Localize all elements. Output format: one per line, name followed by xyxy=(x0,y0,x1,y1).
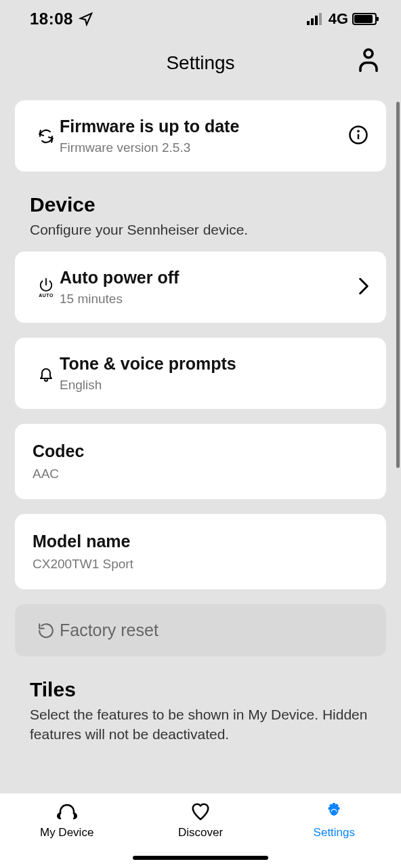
auto-power-title: Auto power off xyxy=(60,268,351,288)
tab-bar: My Device Discover Settings xyxy=(0,793,401,868)
device-section-desc: Configure your Sennheiser device. xyxy=(30,220,371,239)
chevron-right-icon xyxy=(359,278,368,294)
reset-icon xyxy=(37,622,55,639)
tab-discover-label: Discover xyxy=(178,826,223,840)
tiles-section-desc: Select the features to be shown in My De… xyxy=(30,705,371,744)
firmware-card[interactable]: Firmware is up to date Firmware version … xyxy=(15,100,386,172)
power-icon xyxy=(39,277,54,292)
svg-point-7 xyxy=(358,130,358,131)
codec-subtitle: AAC xyxy=(33,467,59,481)
heart-icon xyxy=(190,802,211,822)
tone-subtitle: English xyxy=(60,378,368,393)
tiles-section-title: Tiles xyxy=(30,678,371,701)
svg-rect-1 xyxy=(311,18,314,25)
svg-rect-3 xyxy=(319,13,322,25)
tone-title: Tone & voice prompts xyxy=(60,354,368,374)
model-title: Model name xyxy=(33,532,130,551)
signal-icon xyxy=(307,13,324,25)
tab-settings[interactable]: Settings xyxy=(268,802,401,868)
network-label: 4G xyxy=(329,10,348,28)
auto-power-subtitle: 15 minutes xyxy=(60,292,351,307)
auto-power-off-row[interactable]: AUTO Auto power off 15 minutes xyxy=(15,252,386,323)
factory-reset-row[interactable]: Factory reset xyxy=(15,604,386,656)
bell-icon xyxy=(38,366,54,382)
battery-icon xyxy=(352,13,377,25)
status-time: 18:08 xyxy=(30,9,73,28)
firmware-title: Firmware is up to date xyxy=(60,117,340,136)
svg-rect-2 xyxy=(315,16,318,25)
user-icon xyxy=(356,46,381,73)
status-bar: 18:08 4G xyxy=(0,0,401,38)
page-header: Settings xyxy=(0,38,401,88)
device-section-title: Device xyxy=(30,193,371,216)
tiles-section-header: Tiles Select the features to be shown in… xyxy=(15,671,386,747)
location-icon xyxy=(79,12,93,26)
factory-reset-title: Factory reset xyxy=(60,620,368,640)
profile-button[interactable] xyxy=(356,46,381,76)
refresh-icon xyxy=(38,128,54,144)
model-subtitle: CX200TW1 Sport xyxy=(33,557,133,572)
tab-settings-label: Settings xyxy=(314,826,355,840)
tab-my-device[interactable]: My Device xyxy=(0,802,133,868)
home-indicator[interactable] xyxy=(133,856,268,860)
auto-label: AUTO xyxy=(39,293,54,298)
settings-scroll[interactable]: Firmware is up to date Firmware version … xyxy=(0,88,401,793)
codec-title: Codec xyxy=(33,441,84,461)
svg-point-4 xyxy=(364,50,373,58)
device-section-header: Device Configure your Sennheiser device. xyxy=(15,186,386,252)
firmware-info-button[interactable] xyxy=(348,125,368,148)
firmware-subtitle: Firmware version 2.5.3 xyxy=(60,140,340,155)
info-icon xyxy=(348,125,368,145)
gear-icon xyxy=(324,802,344,822)
model-row[interactable]: Model name CX200TW1 Sport xyxy=(15,514,386,589)
tab-device-label: My Device xyxy=(40,826,93,840)
codec-row[interactable]: Codec AAC xyxy=(15,424,386,499)
svg-rect-0 xyxy=(307,21,310,25)
tone-voice-row[interactable]: Tone & voice prompts English xyxy=(15,338,386,409)
headphones-icon xyxy=(56,802,79,822)
page-title: Settings xyxy=(166,52,234,74)
